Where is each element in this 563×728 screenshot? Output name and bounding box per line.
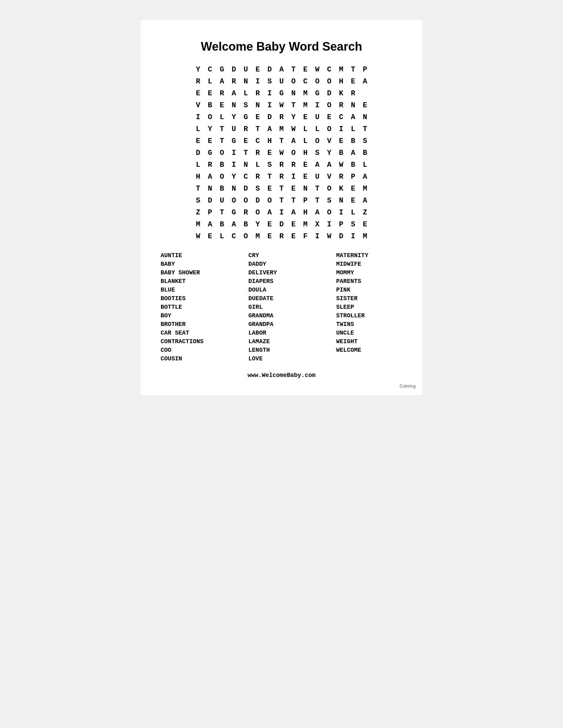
grid-cell-8-7: R	[275, 159, 288, 171]
grid-cell-4-11: E	[323, 111, 335, 123]
grid-cell-11-14: A	[359, 195, 371, 206]
grid-cell-4-10: U	[311, 111, 323, 123]
grid-cell-7-6: E	[263, 147, 275, 159]
grid-cell-12-4: R	[240, 206, 252, 218]
grid-cell-14-10: I	[311, 230, 323, 242]
grid-cell-12-0: Z	[192, 206, 204, 218]
grid-cell-14-0: W	[192, 230, 204, 242]
grid-cell-12-2: T	[216, 206, 228, 218]
grid-cell-0-4: U	[240, 64, 252, 75]
grid-cell-5-8: W	[288, 123, 300, 135]
grid-cell-11-7: T	[275, 195, 288, 206]
grid-cell-7-9: H	[300, 147, 311, 159]
grid-cell-4-8: Y	[288, 111, 300, 123]
word-list-col-2: CRYDADDYDELIVERYDIAPERSDOULADUEDATEGIRLG…	[248, 252, 315, 362]
grid-cell-6-6: H	[263, 135, 275, 147]
grid-cell-9-14: A	[359, 171, 371, 183]
grid-cell-1-3: R	[228, 75, 240, 87]
grid-cell-10-11: O	[323, 183, 335, 195]
grid-cell-14-13: I	[347, 230, 359, 242]
grid-cell-9-2: O	[216, 171, 228, 183]
grid-cell-13-0: M	[192, 218, 204, 230]
grid-cell-14-3: C	[228, 230, 240, 242]
grid-cell-12-3: G	[228, 206, 240, 218]
grid-cell-12-9: H	[300, 206, 311, 218]
word-item: WEIGHT	[336, 338, 402, 345]
grid-cell-8-3: I	[228, 159, 240, 171]
grid-cell-3-11: O	[323, 99, 335, 111]
grid-cell-3-4: S	[240, 99, 252, 111]
grid-cell-14-14: M	[359, 230, 371, 242]
word-item: BOOTIES	[161, 295, 227, 302]
footer-url: www.WelcomeBaby.com	[161, 372, 402, 379]
grid-cell-4-7: R	[275, 111, 288, 123]
grid-cell-11-3: O	[228, 195, 240, 206]
grid-cell-1-9: C	[300, 75, 311, 87]
grid-cell-12-1: P	[204, 206, 216, 218]
word-item: STROLLER	[336, 312, 402, 319]
grid-cell-3-6: I	[263, 99, 275, 111]
grid-cell-13-8: E	[288, 218, 300, 230]
grid-cell-14-1: E	[204, 230, 216, 242]
grid-cell-3-8: T	[288, 99, 300, 111]
grid-cell-6-9: L	[300, 135, 311, 147]
grid-cell-2-6: I	[263, 87, 275, 99]
grid-cell-11-8: T	[288, 195, 300, 206]
word-item: PARENTS	[336, 278, 402, 285]
grid-cell-2-8: N	[288, 87, 300, 99]
grid-cell-9-9: E	[300, 171, 311, 183]
grid-cell-10-5: S	[252, 183, 263, 195]
word-item: DUEDATE	[248, 295, 315, 302]
word-list-section: AUNTIEBABYBABY SHOWERBLANKETBLUEBOOTIESB…	[161, 252, 402, 362]
grid-cell-8-14: L	[359, 159, 371, 171]
grid-cell-14-11: W	[323, 230, 335, 242]
word-item: AUNTIE	[161, 252, 227, 259]
grid-cell-1-0: R	[192, 75, 204, 87]
grid-cell-4-14: N	[359, 111, 371, 123]
word-item: UNCLE	[336, 330, 402, 336]
grid-cell-13-14: E	[359, 218, 371, 230]
word-item: LENGTH	[248, 347, 315, 353]
grid-cell-7-0: D	[192, 147, 204, 159]
grid-cell-10-12: K	[335, 183, 347, 195]
grid-cell-8-9: E	[300, 159, 311, 171]
grid-cell-7-10: S	[311, 147, 323, 159]
grid-cell-5-13: L	[347, 123, 359, 135]
grid-cell-12-12: I	[335, 206, 347, 218]
grid-cell-8-1: R	[204, 159, 216, 171]
grid-cell-7-12: B	[335, 147, 347, 159]
grid-cell-14-8: E	[288, 230, 300, 242]
word-item: MOMMY	[336, 269, 402, 276]
grid-cell-13-5: Y	[252, 218, 263, 230]
grid-cell-10-3: N	[228, 183, 240, 195]
grid-cell-10-6: E	[263, 183, 275, 195]
grid-cell-13-1: A	[204, 218, 216, 230]
grid-cell-11-1: D	[204, 195, 216, 206]
grid-cell-10-14: M	[359, 183, 371, 195]
grid-cell-10-2: B	[216, 183, 228, 195]
grid-cell-3-7: W	[275, 99, 288, 111]
word-item: BOY	[161, 312, 227, 319]
grid-cell-4-6: D	[263, 111, 275, 123]
word-item: DIAPERS	[248, 278, 315, 285]
grid-cell-2-14	[359, 87, 371, 99]
grid-cell-9-5: R	[252, 171, 263, 183]
grid-cell-8-13: B	[347, 159, 359, 171]
grid-cell-5-5: T	[252, 123, 263, 135]
grid-cell-14-2: L	[216, 230, 228, 242]
grid-cell-3-14: E	[359, 99, 371, 111]
word-item: LOVE	[248, 355, 315, 362]
word-item: COUSIN	[161, 355, 227, 362]
grid-cell-8-11: A	[323, 159, 335, 171]
grid-cell-13-2: B	[216, 218, 228, 230]
grid-cell-6-13: B	[347, 135, 359, 147]
grid-cell-1-12: H	[335, 75, 347, 87]
grid-cell-9-12: R	[335, 171, 347, 183]
grid-cell-9-3: Y	[228, 171, 240, 183]
grid-cell-6-0: E	[192, 135, 204, 147]
grid-cell-10-0: T	[192, 183, 204, 195]
grid-cell-1-7: U	[275, 75, 288, 87]
grid-cell-6-4: E	[240, 135, 252, 147]
grid-cell-2-11: D	[323, 87, 335, 99]
grid-cell-0-1: C	[204, 64, 216, 75]
